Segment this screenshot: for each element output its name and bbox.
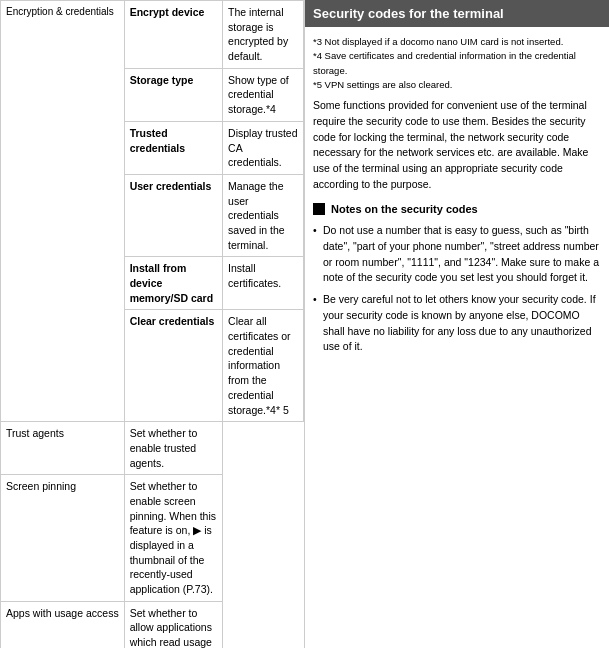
side-notes: *3 Not displayed if a docomo nano UIM ca… [313, 35, 601, 92]
side-note-4: *4 Save certificates and credential info… [313, 49, 601, 78]
sub-label-3: User credentials [124, 174, 222, 256]
table-row: Trust agentsSet whether to enable truste… [1, 422, 304, 475]
security-header: Security codes for the terminal [305, 0, 609, 27]
sub-label-1: Storage type [124, 68, 222, 121]
security-intro: Some functions provided for convenient u… [313, 98, 601, 193]
description-4: Install certificates. [223, 257, 304, 310]
group-label-8: Apps with usage access [1, 601, 125, 648]
settings-table: Encryption & credentialsEncrypt deviceTh… [0, 0, 304, 648]
description-6: Set whether to enable trusted agents. [124, 422, 222, 475]
table-row: Apps with usage accessSet whether to all… [1, 601, 304, 648]
description-7: Set whether to enable screen pinning. Wh… [124, 475, 222, 602]
sub-label-0: Encrypt device [124, 1, 222, 69]
bullet-list: Do not use a number that is easy to gues… [313, 223, 601, 355]
group-label-6: Trust agents [1, 422, 125, 475]
description-1: Show type of credential storage.*4 [223, 68, 304, 121]
right-panel: Security codes for the terminal *3 Not d… [305, 0, 609, 648]
side-note-3: *3 Not displayed if a docomo nano UIM ca… [313, 35, 601, 49]
description-8: Set whether to allow applications which … [124, 601, 222, 648]
security-title: Security codes for the terminal [313, 6, 504, 21]
notes-header: Notes on the security codes [313, 201, 601, 218]
bullet-item-0: Do not use a number that is easy to gues… [313, 223, 601, 286]
sub-label-2: Trusted credentials [124, 121, 222, 174]
left-panel: Encryption & credentialsEncrypt deviceTh… [0, 0, 305, 648]
side-note-5: *5 VPN settings are also cleared. [313, 78, 601, 92]
description-2: Display trusted CA credentials. [223, 121, 304, 174]
description-0: The internal storage is encrypted by def… [223, 1, 304, 69]
bullet-item-1: Be very careful not to let others know y… [313, 292, 601, 355]
table-row: Encryption & credentialsEncrypt deviceTh… [1, 1, 304, 69]
group-label-encryption: Encryption & credentials [1, 1, 125, 422]
description-3: Manage the user credentials saved in the… [223, 174, 304, 256]
notes-title: Notes on the security codes [331, 201, 478, 218]
sub-label-4: Install from device memory/SD card [124, 257, 222, 310]
group-label-7: Screen pinning [1, 475, 125, 602]
sub-label-5: Clear credentials [124, 310, 222, 422]
table-row: Screen pinningSet whether to enable scre… [1, 475, 304, 602]
description-5: Clear all certificates or credential inf… [223, 310, 304, 422]
right-content: *3 Not displayed if a docomo nano UIM ca… [305, 35, 609, 355]
square-icon [313, 203, 325, 215]
